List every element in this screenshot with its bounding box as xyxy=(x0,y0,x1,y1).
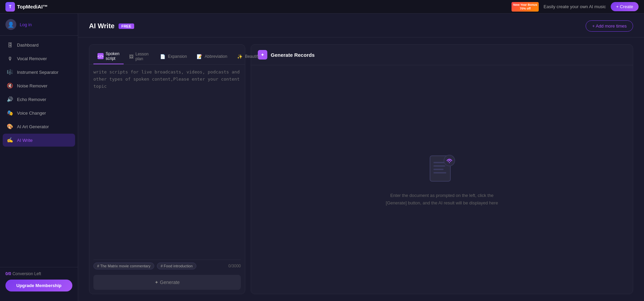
textarea-area: # The Matrix movie commentary # Food int… xyxy=(89,65,245,275)
login-link[interactable]: Log in xyxy=(20,22,32,27)
main-layout: 👤 Log in 🗄 Dashboard 🎙 Vocal Remover 🎼 I… xyxy=(0,14,644,301)
svg-rect-3 xyxy=(433,169,444,170)
sidebar-item-noise-remover[interactable]: 🔇 Noise Remover xyxy=(3,79,75,92)
page-title-group: AI Write FREE xyxy=(89,22,134,30)
generate-button[interactable]: ✦ Generate xyxy=(93,275,241,290)
sidebar-item-label: Instrument Separator xyxy=(17,70,58,75)
conversion-count: 0/0 xyxy=(5,271,11,276)
sidebar-item-label: Voice Changer xyxy=(17,111,46,116)
instrument-icon: 🎼 xyxy=(7,69,13,75)
tab-label: Lesson plan xyxy=(136,52,150,61)
topnav-tagline: Easily create your own AI music xyxy=(543,4,606,9)
records-title: Generate Records xyxy=(271,52,315,58)
ai-art-icon: 🎨 xyxy=(7,123,13,130)
sidebar-user: 👤 Log in xyxy=(0,19,78,36)
tag-chip-food[interactable]: # Food introduction xyxy=(157,263,196,269)
sidebar-item-label: Noise Remover xyxy=(17,83,48,88)
tab-lesson-plan[interactable]: 🖼 Lesson plan xyxy=(125,49,155,64)
content: AI Write FREE + Add more times </> Spoke… xyxy=(78,14,644,301)
noise-remover-icon: 🔇 xyxy=(7,83,13,89)
logo-text: TopMediAI™ xyxy=(17,4,48,10)
right-panel-body: Enter the document as prompted on the le… xyxy=(251,65,633,294)
sidebar-item-ai-write[interactable]: ✍ AI Write xyxy=(3,134,75,147)
empty-illustration: Enter the document as prompted on the le… xyxy=(384,152,500,207)
sidebar-item-ai-art-generator[interactable]: 🎨 AI Art Generator xyxy=(3,120,75,133)
vocal-remover-icon: 🎙 xyxy=(7,55,13,62)
sidebar-item-instrument-separator[interactable]: 🎼 Instrument Separator xyxy=(3,66,75,79)
spoken-script-icon: </> xyxy=(97,53,104,59)
tab-expansion[interactable]: 📄 Expansion xyxy=(156,51,191,62)
sidebar-item-label: Vocal Remover xyxy=(17,56,47,61)
tab-label: Spoken script xyxy=(106,51,120,61)
doc-empty-icon xyxy=(425,152,459,186)
sidebar-item-label: Dashboard xyxy=(17,43,39,48)
panels: </> Spoken script 🖼 Lesson plan 📄 Expans… xyxy=(78,37,644,301)
expansion-icon: 📄 xyxy=(160,53,166,60)
svg-rect-4 xyxy=(433,172,446,173)
sidebar-item-label: Echo Remover xyxy=(17,97,46,102)
sidebar: 👤 Log in 🗄 Dashboard 🎙 Vocal Remover 🎼 I… xyxy=(0,14,78,301)
sidebar-item-voice-changer[interactable]: 🎭 Voice Changer xyxy=(3,106,75,119)
empty-text: Enter the document as prompted on the le… xyxy=(384,192,500,207)
ai-write-icon: ✍ xyxy=(7,137,13,143)
logo[interactable]: T TopMediAI™ xyxy=(5,2,48,12)
sidebar-item-dashboard[interactable]: 🗄 Dashboard xyxy=(3,38,75,51)
echo-remover-icon: 🔊 xyxy=(7,96,13,102)
topnav-right: New Year Bonus 70% off Easily create you… xyxy=(512,2,639,12)
sidebar-item-echo-remover[interactable]: 🔊 Echo Remover xyxy=(3,93,75,106)
content-input[interactable] xyxy=(93,69,241,257)
dashboard-icon: 🗄 xyxy=(7,42,13,48)
textarea-footer: # The Matrix movie commentary # Food int… xyxy=(93,260,241,271)
tab-spoken-script[interactable]: </> Spoken script xyxy=(93,49,124,64)
right-panel: ✦ Generate Records xyxy=(251,44,633,294)
tabs-bar: </> Spoken script 🖼 Lesson plan 📄 Expans… xyxy=(89,45,245,65)
sidebar-item-vocal-remover[interactable]: 🎙 Vocal Remover xyxy=(3,52,75,65)
sidebar-nav: 🗄 Dashboard 🎙 Vocal Remover 🎼 Instrument… xyxy=(0,38,78,267)
tab-beautify[interactable]: ✨ Beautify xyxy=(233,51,264,62)
sidebar-item-label: AI Write xyxy=(17,138,33,143)
create-button[interactable]: + Create xyxy=(611,2,639,11)
svg-point-6 xyxy=(449,162,450,163)
svg-rect-2 xyxy=(433,165,445,167)
tag-suggestions: # The Matrix movie commentary # Food int… xyxy=(93,263,196,269)
add-more-times-button[interactable]: + Add more times xyxy=(586,20,633,32)
page-title: AI Write xyxy=(89,22,114,30)
free-badge: FREE xyxy=(119,23,134,29)
lesson-plan-icon: 🖼 xyxy=(129,53,133,60)
tag-chip-matrix[interactable]: # The Matrix movie commentary xyxy=(93,263,154,269)
topnav: T TopMediAI™ New Year Bonus 70% off Easi… xyxy=(0,0,644,14)
tab-label: Beautify xyxy=(245,54,260,59)
abbreviation-icon: 📝 xyxy=(196,53,202,60)
sidebar-item-label: AI Art Generator xyxy=(17,124,49,129)
beautify-icon: ✨ xyxy=(237,53,243,60)
conversion-info: 0/0 Conversion Left xyxy=(5,271,72,276)
upgrade-membership-button[interactable]: Upgrade Membership xyxy=(5,280,72,291)
voice-changer-icon: 🎭 xyxy=(7,110,13,116)
tab-label: Expansion xyxy=(168,54,187,59)
right-panel-header: ✦ Generate Records xyxy=(251,45,633,65)
tab-label: Abbreviation xyxy=(204,54,227,59)
content-header: AI Write FREE + Add more times xyxy=(78,14,644,37)
avatar: 👤 xyxy=(5,19,16,30)
sidebar-bottom: 0/0 Conversion Left Upgrade Membership xyxy=(0,267,78,296)
promo-banner[interactable]: New Year Bonus 70% off xyxy=(512,2,539,12)
conversion-left-label: Conversion Left xyxy=(13,271,41,276)
left-panel: </> Spoken script 🖼 Lesson plan 📄 Expans… xyxy=(89,44,245,294)
char-count: 0/3000 xyxy=(228,264,241,268)
tab-abbreviation[interactable]: 📝 Abbreviation xyxy=(192,51,231,62)
logo-icon: T xyxy=(5,2,15,12)
